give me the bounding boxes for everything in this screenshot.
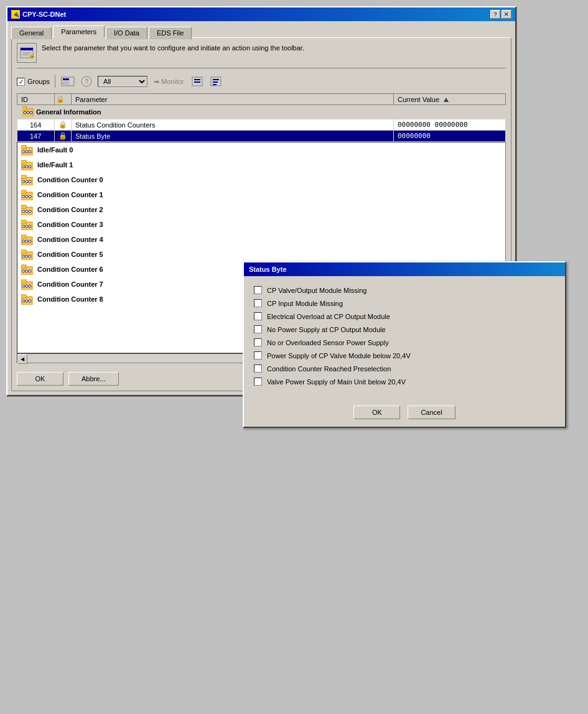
dialog-ok-button[interactable]: OK: [353, 406, 400, 419]
svg-point-62: [29, 255, 31, 257]
svg-point-35: [22, 180, 25, 183]
filter-dropdown[interactable]: All: [98, 76, 147, 87]
svg-rect-7: [63, 78, 69, 80]
svg-rect-24: [21, 146, 26, 149]
list-item[interactable]: Condition Counter 3: [17, 217, 505, 232]
svg-text:?: ?: [85, 78, 88, 85]
svg-rect-39: [21, 190, 26, 193]
ok-button[interactable]: OK: [17, 372, 63, 386]
svg-point-42: [29, 195, 31, 198]
svg-point-66: [26, 270, 28, 272]
scroll-left-btn[interactable]: ◀: [17, 354, 27, 364]
row2-id: 147: [17, 131, 55, 142]
svg-text:x92: x92: [62, 81, 69, 85]
dialog-cancel-button[interactable]: Cancel: [408, 406, 455, 419]
lock-header-icon: 🔒: [56, 95, 65, 103]
checkbox-label-2: Electrical Overload at CP Output Module: [267, 313, 390, 320]
row1-param: Status Condition Counters: [72, 119, 394, 131]
list-item[interactable]: Idle/Fault 1: [17, 157, 505, 172]
groups-checkbox[interactable]: ✓: [17, 78, 25, 86]
svg-rect-64: [21, 265, 26, 268]
row2-lock: 🔒: [55, 131, 72, 142]
tab-general[interactable]: General: [11, 27, 52, 39]
col-id: ID: [17, 94, 55, 105]
info-bar: ✏ Select the parameter that you want to …: [17, 43, 506, 68]
separator-1: [55, 75, 55, 88]
checkbox-row: No Power Supply at CP Output Module: [254, 323, 555, 336]
svg-rect-17: [213, 84, 217, 85]
svg-rect-15: [213, 79, 219, 80]
col-value: Current Value: [394, 94, 506, 105]
svg-point-55: [22, 240, 25, 243]
info-icon: ✏: [17, 43, 37, 63]
checkbox-row: Valve Power Supply of Main Unit below 20…: [254, 375, 555, 388]
svg-rect-19: [22, 107, 27, 110]
dialog-checkbox-5[interactable]: [254, 351, 262, 359]
monitor-label: Monitor: [161, 78, 184, 85]
list-item[interactable]: Condition Counter 0: [17, 172, 505, 187]
dialog-checkbox-6[interactable]: [254, 364, 262, 373]
toolbar: ✓ Groups x92 ? All ➡: [17, 75, 506, 88]
abbr-button[interactable]: Abbre...: [68, 372, 119, 386]
checkbox-label-0: CP Valve/Output Module Missing: [267, 287, 366, 294]
svg-rect-34: [21, 175, 26, 178]
svg-rect-1: [21, 48, 33, 50]
svg-point-31: [26, 165, 28, 168]
checkbox-row: Electrical Overload at CP Output Module: [254, 310, 555, 323]
toolbar-icon-2[interactable]: [209, 75, 224, 88]
checkbox-row: Condition Counter Reached Preselection: [254, 362, 555, 375]
list-item[interactable]: Condition Counter 2: [17, 202, 505, 217]
dialog-checkbox-4[interactable]: [254, 338, 262, 346]
svg-point-70: [22, 285, 25, 287]
svg-point-57: [29, 240, 31, 243]
svg-point-20: [24, 111, 26, 114]
window-title: CPY-SC-DNet: [22, 11, 66, 18]
svg-point-71: [26, 285, 28, 287]
tab-bar: General Parameters I/O Data EDS File: [7, 21, 515, 37]
checkbox-row: CP Valve/Output Module Missing: [254, 284, 555, 297]
col-lock: 🔒: [55, 94, 72, 105]
info-text: Select the parameter that you want to co…: [42, 43, 304, 53]
configure-icon[interactable]: x92: [60, 75, 75, 88]
list-item[interactable]: Condition Counter 4: [17, 232, 505, 247]
tab-io-data[interactable]: I/O Data: [106, 27, 147, 39]
dialog-checkbox-2[interactable]: [254, 312, 262, 320]
help-button[interactable]: ?: [490, 10, 500, 19]
svg-rect-29: [21, 160, 26, 164]
dialog-checkbox-1[interactable]: [254, 299, 262, 307]
svg-point-67: [29, 270, 31, 272]
svg-point-32: [29, 165, 31, 168]
dialog-checkbox-0[interactable]: [254, 286, 262, 294]
list-item[interactable]: Idle/Fault 0: [17, 142, 505, 157]
title-bar-left: 🔌 CPY-SC-DNet: [11, 10, 66, 19]
svg-point-36: [26, 180, 28, 183]
svg-rect-59: [21, 250, 26, 253]
col-parameter: Parameter: [72, 94, 394, 105]
checkbox-label-6: Condition Counter Reached Preselection: [267, 365, 391, 373]
dialog-checkbox-7[interactable]: [254, 378, 262, 386]
dialog-title-bar: Status Byte: [244, 262, 565, 276]
svg-point-76: [26, 300, 28, 302]
svg-point-21: [27, 111, 29, 114]
group-folder-icon: [22, 106, 34, 118]
svg-rect-16: [213, 81, 218, 83]
help-tool-icon[interactable]: ?: [79, 75, 94, 88]
sort-icon: [444, 98, 449, 102]
svg-point-50: [22, 225, 25, 228]
param-table: ID 🔒 Parameter Current Value: [17, 93, 506, 142]
dialog-checkbox-3[interactable]: [254, 325, 262, 333]
toolbar-icon-1[interactable]: [190, 75, 205, 88]
table-row-selected[interactable]: 147 🔒 Status Byte 00000000: [17, 131, 506, 142]
groups-label: Groups: [27, 78, 50, 85]
checkbox-label-3: No Power Supply at CP Output Module: [267, 326, 386, 333]
checkbox-row: CP Input Module Missing: [254, 297, 555, 310]
close-button[interactable]: ✕: [502, 10, 511, 19]
svg-point-22: [30, 111, 32, 114]
row1-value: 00000000 00000000: [394, 119, 506, 131]
list-item[interactable]: Condition Counter 1: [17, 187, 505, 202]
tab-eds-file[interactable]: EDS File: [149, 27, 192, 39]
tab-parameters[interactable]: Parameters: [53, 26, 105, 38]
svg-point-47: [29, 210, 31, 213]
list-item[interactable]: Condition Counter 5: [17, 247, 505, 262]
table-row[interactable]: 164 🔒 Status Condition Counters 00000000…: [17, 119, 506, 131]
